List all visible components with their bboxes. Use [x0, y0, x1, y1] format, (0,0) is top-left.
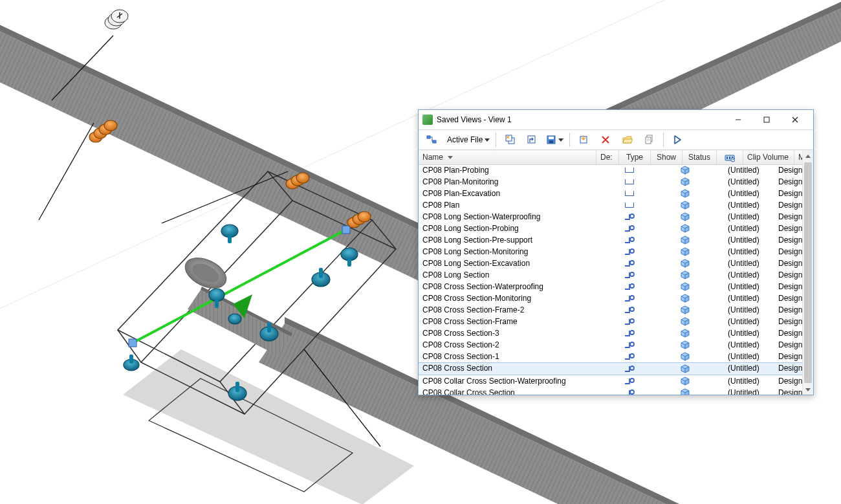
grid-body[interactable]: CP08 Plan-Probing(Untitled)Design ModelC… — [419, 164, 803, 395]
cell-name: CP08 Long Section-Monitoring — [419, 246, 596, 257]
toolbar: Active File — [419, 130, 813, 150]
cell-model: Design Model — [774, 223, 803, 234]
saved-views-window[interactable]: Saved Views - View 1 Active File — [418, 109, 814, 395]
svg-rect-43 — [319, 268, 323, 278]
cell-model: Design Model — [774, 176, 803, 188]
col-show[interactable]: Show — [651, 151, 683, 164]
cell-clip: (Untitled) — [724, 351, 774, 362]
svg-rect-36 — [215, 299, 219, 308]
col-type[interactable]: Type — [619, 151, 651, 164]
play-button[interactable] — [667, 131, 688, 148]
table-row[interactable]: CP08 Cross Section(Untitled)Design Model — [419, 362, 803, 375]
cell-clip: (Untitled) — [724, 234, 774, 246]
view-hierarchy-button[interactable] — [421, 131, 442, 148]
table-row[interactable]: CP08 Cross Section-Waterproofing(Untitle… — [419, 281, 803, 292]
cell-model: Design Model — [774, 339, 803, 351]
svg-point-95 — [630, 354, 634, 358]
svg-rect-65 — [427, 136, 430, 138]
cell-model: Design Model — [774, 281, 803, 292]
box-3d-icon — [680, 270, 690, 279]
svg-point-83 — [630, 214, 634, 218]
close-button[interactable] — [781, 111, 809, 129]
table-row[interactable]: CP08 Long Section-Monitoring(Untitled)De… — [419, 246, 803, 257]
cell-clip: (Untitled) — [724, 292, 774, 304]
col-name[interactable]: Name — [419, 151, 596, 164]
scrollbar-thumb[interactable] — [804, 162, 812, 383]
vertical-scrollbar[interactable] — [802, 151, 813, 395]
saved-views-grid[interactable]: Name De: Type Show Status Clip Volume Mo… — [419, 150, 813, 395]
table-row[interactable]: CP08 Long Section-Waterproofing(Untitled… — [419, 211, 803, 223]
maximize-button[interactable] — [752, 111, 781, 129]
table-row[interactable]: CP08 Plan-Excavation(Untitled)Design Mod… — [419, 188, 803, 199]
cell-clip: (Untitled) — [724, 339, 774, 351]
table-row[interactable]: CP08 Plan-Monitoring(Untitled)Design Mod… — [419, 176, 803, 188]
table-row[interactable]: CP08 Cross Section-Frame-2(Untitled)Desi… — [419, 304, 803, 316]
table-row[interactable]: CP08 Collar Cross Section-Waterproofing(… — [419, 375, 803, 387]
col-clip-volume[interactable]: Clip Volume — [743, 151, 794, 164]
table-row[interactable]: CP08 Cross Section-3(Untitled)Design Mod… — [419, 327, 803, 339]
section-view-icon — [624, 213, 635, 221]
svg-point-50 — [296, 173, 309, 183]
minimize-button[interactable] — [724, 111, 752, 129]
svg-rect-27 — [342, 226, 350, 234]
cell-clip: (Untitled) — [724, 327, 774, 339]
table-row[interactable]: CP08 Plan-Probing(Untitled)Design Model — [419, 164, 803, 176]
col-status[interactable]: Status — [683, 151, 717, 164]
caret-down-icon — [558, 138, 563, 142]
svg-rect-80 — [729, 157, 730, 159]
section-view-icon — [624, 248, 635, 256]
pipe-main-upper — [0, 6, 453, 285]
titlebar[interactable]: Saved Views - View 1 — [419, 110, 813, 130]
delete-view-button[interactable] — [595, 131, 616, 148]
table-row[interactable]: CP08 Long Section-Probing(Untitled)Desig… — [419, 223, 803, 234]
cell-clip: (Untitled) — [724, 164, 774, 176]
cell-name: CP08 Cross Section — [419, 363, 596, 375]
create-view-button[interactable] — [499, 131, 520, 148]
table-row[interactable]: CP08 Long Section-Pre-support(Untitled)D… — [419, 234, 803, 246]
cell-name: CP08 Cross Section-1 — [419, 351, 596, 362]
svg-rect-41 — [228, 234, 232, 243]
apply-view-button[interactable] — [543, 131, 566, 148]
svg-point-97 — [630, 378, 634, 382]
svg-rect-66 — [433, 140, 436, 143]
view-disc-icon — [105, 10, 128, 29]
grid-header[interactable]: Name De: Type Show Status Clip Volume Mo… — [419, 151, 803, 165]
sort-caret-icon — [448, 156, 453, 159]
table-row[interactable]: CP08 Cross Section-Frame(Untitled)Design… — [419, 316, 803, 327]
scroll-down-button[interactable] — [803, 384, 813, 395]
table-row[interactable]: CP08 Long Section-Excavation(Untitled)De… — [419, 257, 803, 269]
section-view-icon — [624, 377, 635, 385]
table-row[interactable]: CP08 Long Section(Untitled)Design Model — [419, 269, 803, 281]
col-animation[interactable] — [717, 151, 743, 164]
update-view-button[interactable] — [521, 131, 542, 148]
cell-model: Design Model — [774, 304, 803, 316]
table-row[interactable]: CP08 Plan(Untitled)Design Model — [419, 199, 803, 211]
cell-name: CP08 Cross Section-Monitoring — [419, 292, 596, 304]
cell-model: Design Model — [774, 188, 803, 199]
svg-point-90 — [630, 296, 634, 300]
cell-clip: (Untitled) — [724, 387, 774, 395]
table-row[interactable]: CP08 Cross Section-2(Untitled)Design Mod… — [419, 339, 803, 351]
col-description[interactable]: De: — [596, 151, 619, 164]
table-row[interactable]: CP08 Collar Cross Section(Untitled)Desig… — [419, 387, 803, 395]
section-view-icon — [624, 318, 635, 325]
section-view-icon — [624, 271, 635, 279]
scroll-up-button[interactable] — [803, 151, 813, 161]
cell-name: CP08 Plan — [419, 199, 596, 211]
box-3d-icon — [680, 282, 690, 291]
import-view-button[interactable] — [573, 131, 594, 148]
cell-model: Design Model — [774, 292, 803, 304]
table-row[interactable]: CP08 Cross Section-1(Untitled)Design Mod… — [419, 351, 803, 362]
cell-name: CP08 Plan-Probing — [419, 164, 596, 176]
copy-view-button[interactable] — [639, 131, 660, 148]
cell-name: CP08 Long Section-Probing — [419, 223, 596, 234]
cell-clip: (Untitled) — [724, 375, 774, 387]
cell-clip: (Untitled) — [724, 316, 774, 327]
cell-clip: (Untitled) — [724, 246, 774, 257]
open-folder-button[interactable] — [617, 131, 638, 148]
active-file-dropdown[interactable]: Active File — [443, 131, 492, 148]
cell-clip: (Untitled) — [724, 304, 774, 316]
cell-model: Design Model — [774, 327, 803, 339]
plan-view-icon — [625, 191, 634, 196]
table-row[interactable]: CP08 Cross Section-Monitoring(Untitled)D… — [419, 292, 803, 304]
